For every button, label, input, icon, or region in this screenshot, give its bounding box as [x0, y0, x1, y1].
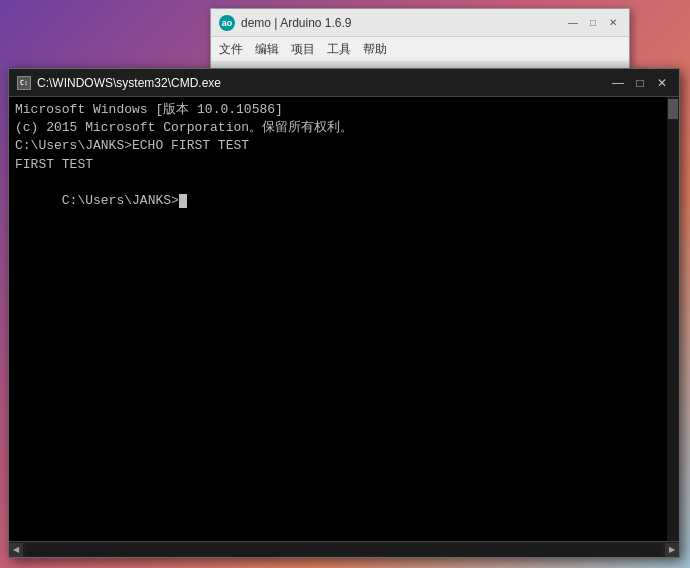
- arduino-minimize-button[interactable]: —: [565, 15, 581, 31]
- cmd-titlebar: C: C:\WINDOWS\system32\CMD.exe — □ ✕: [9, 69, 679, 97]
- cmd-minimize-button[interactable]: —: [609, 74, 627, 92]
- arduino-titlebar: ao demo | Arduino 1.6.9 — □ ✕: [211, 9, 629, 37]
- cmd-scrollbar-thumb[interactable]: [668, 99, 678, 119]
- cmd-window: C: C:\WINDOWS\system32\CMD.exe — □ ✕ Mic…: [8, 68, 680, 558]
- cmd-title: C:\WINDOWS\system32\CMD.exe: [37, 76, 609, 90]
- cmd-content[interactable]: Microsoft Windows [版本 10.0.10586] (c) 20…: [9, 97, 679, 541]
- menu-tools[interactable]: 工具: [327, 41, 351, 58]
- cmd-cursor: [179, 194, 187, 208]
- arduino-menubar: 文件 编辑 项目 工具 帮助: [211, 37, 629, 61]
- cmd-scroll-left-button[interactable]: ◀: [9, 543, 23, 557]
- cmd-line-5: FIRST TEST: [15, 156, 673, 174]
- cmd-window-controls: — □ ✕: [609, 74, 671, 92]
- arduino-close-button[interactable]: ✕: [605, 15, 621, 31]
- arduino-window-controls: — □ ✕: [565, 15, 621, 31]
- menu-edit[interactable]: 编辑: [255, 41, 279, 58]
- cmd-bottom-bar: ◀ ▶: [9, 541, 679, 557]
- cmd-maximize-button[interactable]: □: [631, 74, 649, 92]
- cmd-close-button[interactable]: ✕: [653, 74, 671, 92]
- cmd-line-2: (c) 2015 Microsoft Corporation。保留所有权利。: [15, 119, 673, 137]
- cmd-line-1: Microsoft Windows [版本 10.0.10586]: [15, 101, 673, 119]
- arduino-icon: ao: [219, 15, 235, 31]
- cmd-line-4: C:\Users\JANKS>ECHO FIRST TEST: [15, 137, 673, 155]
- arduino-title: demo | Arduino 1.6.9: [241, 16, 565, 30]
- arduino-maximize-button[interactable]: □: [585, 15, 601, 31]
- cmd-icon: C:: [17, 76, 31, 90]
- menu-project[interactable]: 项目: [291, 41, 315, 58]
- cmd-scrollbar-horizontal[interactable]: [27, 544, 661, 556]
- cmd-scroll-right-button[interactable]: ▶: [665, 543, 679, 557]
- cmd-scrollbar-vertical[interactable]: [667, 97, 679, 541]
- cmd-line-7: C:\Users\JANKS>: [15, 174, 673, 229]
- menu-file[interactable]: 文件: [219, 41, 243, 58]
- menu-help[interactable]: 帮助: [363, 41, 387, 58]
